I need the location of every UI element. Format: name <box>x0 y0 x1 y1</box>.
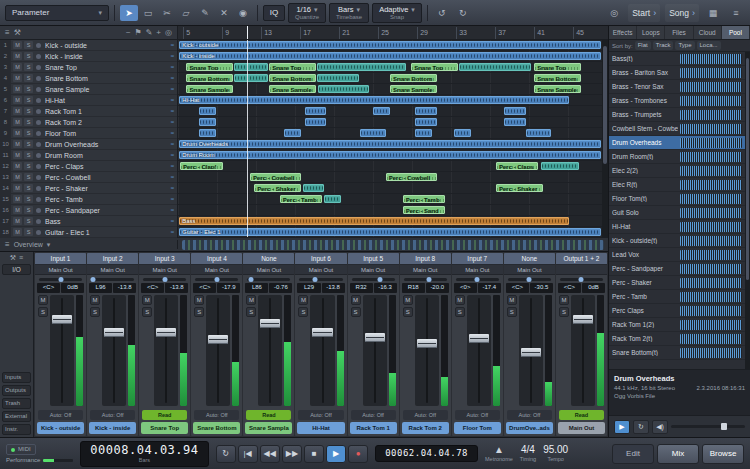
channel-input-label[interactable]: Input 3 <box>139 253 190 265</box>
audio-clip[interactable] <box>459 63 531 71</box>
target-icon[interactable]: ◎ <box>165 28 172 37</box>
track-row[interactable]: 6MSHi-Hat≈ <box>0 95 177 106</box>
audio-clip[interactable]: Snare Sample <box>186 85 233 93</box>
track-record-arm[interactable] <box>36 120 41 125</box>
pan-control[interactable] <box>504 275 555 283</box>
volume-value[interactable]: -16.3 <box>374 283 397 293</box>
audio-clip[interactable] <box>318 85 369 93</box>
audio-clip[interactable] <box>541 162 579 170</box>
audio-clip[interactable] <box>373 107 390 115</box>
browser-tab-loops[interactable]: Loops <box>637 26 665 39</box>
track-mute-button[interactable]: M <box>13 217 22 225</box>
track-record-arm[interactable] <box>36 65 41 70</box>
ruler-tick[interactable]: 33 <box>456 27 467 39</box>
marker-flag-icon[interactable]: ⚑ <box>134 28 141 37</box>
browser-tab-cloud[interactable]: Cloud <box>694 26 722 39</box>
audio-clip[interactable]: Snare Top <box>186 63 233 71</box>
position-display[interactable]: 00008.04.03.94 Bars <box>80 441 208 467</box>
track-solo-button[interactable]: S <box>24 228 33 236</box>
ruler-playhead-marker[interactable] <box>245 26 250 39</box>
audio-clip[interactable]: Drum Overheads <box>179 140 600 148</box>
track-record-arm[interactable] <box>36 153 41 158</box>
audio-clip[interactable] <box>360 129 385 137</box>
paint-tool-icon[interactable]: ✎ <box>196 5 214 21</box>
audio-clip[interactable] <box>199 107 216 115</box>
volume-fader[interactable] <box>310 295 334 406</box>
browser-scrollbar[interactable] <box>745 52 750 369</box>
channel-mute-button[interactable]: M <box>38 295 48 305</box>
channel-name-label[interactable]: Floor Tom <box>454 422 501 434</box>
pan-knob[interactable] <box>162 277 167 282</box>
track-row[interactable]: 8MSRack Tom 2≈ <box>0 117 177 128</box>
audio-clip[interactable]: Hi-Hat <box>179 96 569 104</box>
pan-knob[interactable] <box>249 277 254 282</box>
channel-solo-button[interactable]: S <box>559 307 569 317</box>
volume-fader[interactable] <box>519 295 543 406</box>
pan-value[interactable]: <C> <box>193 283 216 293</box>
pan-value[interactable]: <C> <box>558 283 581 293</box>
track-solo-button[interactable]: S <box>24 118 33 126</box>
pool-file-row[interactable]: Elec 2(2) <box>609 164 750 178</box>
volume-value[interactable]: -0.76 <box>269 283 292 293</box>
automation-mode-button[interactable]: Auto: Off <box>38 410 83 420</box>
channel-mute-button[interactable]: M <box>559 295 569 305</box>
automation-mode-button[interactable]: Auto: Off <box>507 410 552 420</box>
channel-input-label[interactable]: Output 1 + 2 <box>556 253 607 265</box>
fader-handle[interactable] <box>469 334 489 343</box>
track-solo-button[interactable]: S <box>24 151 33 159</box>
rewind-button[interactable]: ◀◀ <box>260 445 280 463</box>
pool-file-row[interactable]: Rack Tom 2(t) <box>609 332 750 346</box>
automation-mode-button[interactable]: Auto: Off <box>298 410 343 420</box>
mixer-channel-strip[interactable]: Input 5Main OutR32-16.3MSAuto: OffRack T… <box>348 253 399 436</box>
channel-solo-button[interactable]: S <box>351 307 361 317</box>
preview-volume-slider[interactable] <box>671 425 745 428</box>
channel-mute-button[interactable]: M <box>142 295 152 305</box>
ruler-tick[interactable]: 37 <box>495 27 506 39</box>
forward-button[interactable]: ▶▶ <box>282 445 302 463</box>
track-record-arm[interactable] <box>36 219 41 224</box>
timebase-dropdown[interactable]: Bars▾ Timebase <box>329 3 369 23</box>
return-to-zero-button[interactable]: |◀ <box>238 445 258 463</box>
audio-clip[interactable]: Perc - Shaker <box>254 184 301 192</box>
track-mute-button[interactable]: M <box>13 140 22 148</box>
audio-clip[interactable]: Snare Bottom <box>390 74 437 82</box>
track-row[interactable]: 3MSSnare Top≈ <box>0 62 177 73</box>
volume-fader[interactable] <box>154 295 178 406</box>
track-record-arm[interactable] <box>36 87 41 92</box>
add-track-icon[interactable]: + <box>156 28 161 37</box>
channel-solo-button[interactable]: S <box>38 307 48 317</box>
audio-clip[interactable] <box>504 118 525 126</box>
pan-value[interactable]: L96 <box>89 283 112 293</box>
audio-clip[interactable] <box>415 129 432 137</box>
mixer-channel-strip[interactable]: Input 2Main OutL96-13.8MSAuto: OffKick -… <box>87 253 138 436</box>
arrangement-overview-minimap[interactable] <box>182 240 604 250</box>
iq-input-quantize-toggle[interactable]: IQ <box>263 5 285 21</box>
pointer-tool-icon[interactable]: ➤ <box>120 5 138 21</box>
loop-position-display[interactable]: 00062.04.04.78 <box>375 445 478 462</box>
channel-input-label[interactable]: Input 5 <box>348 253 399 265</box>
channel-output-route[interactable]: Main Out <box>348 265 399 275</box>
track-record-arm[interactable] <box>36 164 41 169</box>
track-mute-button[interactable]: M <box>13 173 22 181</box>
preview-loop-button[interactable]: ↻ <box>633 420 649 434</box>
play-button[interactable]: ▶ <box>326 445 346 463</box>
scrollbar-thumb[interactable] <box>746 58 749 280</box>
time-signature-display[interactable]: 4/4 Timing <box>520 444 536 463</box>
channel-output-route[interactable]: Main Out <box>452 265 503 275</box>
tempo-display[interactable]: 95.00 Tempo <box>543 444 568 463</box>
pool-file-row[interactable]: Guit Solo <box>609 206 750 220</box>
channel-name-label[interactable]: Snare Bottom <box>193 422 240 434</box>
volume-value[interactable]: -13.8 <box>322 283 345 293</box>
channel-solo-button[interactable]: S <box>403 307 413 317</box>
track-lane[interactable] <box>178 117 602 128</box>
channel-name-label[interactable]: Snare Sampla <box>245 422 292 434</box>
track-lane[interactable]: Perc - Clap!Perc - Claps <box>178 161 602 172</box>
wrench-icon[interactable]: ⚒ <box>10 254 16 262</box>
listen-tool-icon[interactable]: ◉ <box>234 5 252 21</box>
channel-output-route[interactable] <box>556 265 607 275</box>
audio-clip[interactable] <box>303 184 324 192</box>
ruler-tick[interactable]: 45 <box>573 27 584 39</box>
start-page-button[interactable]: Start › <box>628 4 660 22</box>
track-lane[interactable]: Perc - TambPerc - Tamb <box>178 194 602 205</box>
track-mute-button[interactable]: M <box>13 206 22 214</box>
